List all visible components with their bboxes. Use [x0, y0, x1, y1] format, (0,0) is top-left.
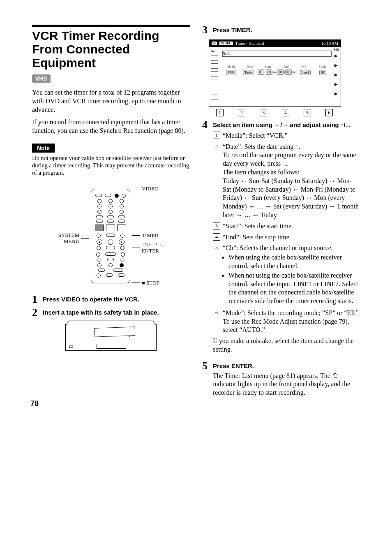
hdr-start: Start	[259, 65, 277, 69]
screen-no-label: No.	[211, 49, 218, 53]
screen-video-tag: VIDEO	[219, 42, 233, 45]
step-1-head: Press VIDEO to operate the VCR.	[43, 294, 190, 303]
val-end: 10:00PM	[277, 70, 297, 75]
screen-title: Timer – Standard	[235, 41, 319, 46]
step4-item-1: 1 “Media”: Select “VCR.”	[213, 132, 360, 140]
step-4-number: 4	[202, 120, 213, 130]
step-5-head: Press ENTER.	[213, 362, 360, 370]
remote-label-stop: ■ STOP	[142, 280, 159, 286]
step4-item-2-l2: To record the same program every day or …	[223, 151, 356, 167]
nbox-3: 3	[213, 222, 220, 229]
step-1-number: 1	[32, 294, 43, 305]
step4-item-2-l1: “Date”: Sets the date using ↑.	[223, 143, 300, 150]
step-1: 1 Press VIDEO to operate the VCR.	[32, 294, 190, 305]
callout-3: 3	[260, 109, 267, 116]
remote-diagram: SYSTEM MENU	[32, 184, 190, 288]
val-start: 09:00PM	[258, 70, 277, 75]
nbox-5: 5	[213, 244, 220, 251]
step-3: 3 Press TIMER.	[202, 25, 360, 35]
note-text: Do not operate your cable box or satelli…	[32, 154, 190, 176]
screen-edit-label: Edit	[333, 48, 339, 51]
step4-item-2-l3: The item changes as follows:	[223, 169, 300, 176]
step4-item-5-text: “Ch”: Selects the channel or input sourc…	[223, 244, 333, 251]
hdr-media: Media	[222, 65, 240, 69]
nbox-2: 2	[213, 143, 220, 150]
step4-item-1-text: “Media”: Select “VCR.”	[223, 132, 360, 140]
step4-item-6: 6 “Mode”: Selects the recording mode; “S…	[213, 309, 360, 334]
hdr-date: Date	[240, 65, 258, 69]
step4-item-2: 2 “Date”: Sets the date using ↑. To reco…	[213, 143, 360, 220]
val-date: Today	[243, 70, 254, 75]
remote-label-video: VIDEO	[142, 185, 158, 192]
page-number: 78	[30, 399, 39, 408]
screen-clock: 10:10 AM	[321, 41, 338, 46]
hdr-end: End	[277, 65, 295, 69]
callout-6: 6	[325, 109, 333, 116]
nbox-1: 1	[213, 132, 220, 139]
step-2-head: Insert a tape with its safety tab in pla…	[43, 307, 190, 317]
step-5-body: The Timer List menu (page 81) appears. T…	[213, 372, 360, 397]
step4-item-6-text: “Mode”: Selects the recording mode; “SP”…	[223, 309, 360, 334]
val-mode: SP	[319, 70, 326, 75]
step4-item-2-l4: Today ↔ Sun-Sat (Sunday to Saturday) ↔ M…	[223, 177, 359, 218]
step-4-head: Select an item using ←/→ and adjust usin…	[213, 121, 360, 129]
step4-item-5-b2: When not using the cable box/satellite r…	[228, 271, 360, 306]
step4-item-5-b1: When using the cable box/satellite recei…	[228, 253, 360, 271]
vcr-unit-illustration	[32, 324, 190, 351]
remote-label-system-menu: SYSTEM MENU	[58, 232, 79, 245]
step-3-head: Press TIMER.	[213, 25, 360, 34]
remote-body: ◂ ▸	[91, 189, 130, 283]
step-5-number: 5	[202, 361, 213, 371]
step-2: 2 Insert a tape with its safety tab in p…	[32, 307, 190, 318]
step4-item-5: 5 “Ch”: Selects the channel or input sou…	[213, 244, 360, 306]
remote-label-arrows-enter: ↑/↓/←/→, ENTER	[142, 241, 164, 254]
step4-item-3-text: “Start”: Sets the start time.	[223, 222, 360, 231]
hdr-ch: Ch	[295, 65, 313, 69]
timer-screen: SP VIDEO Timer – Standard 10:10 AM No. E…	[209, 39, 360, 116]
intro-para-2: If you record from connected equipment t…	[32, 118, 190, 135]
nbox-6: 6	[213, 309, 220, 316]
nbox-4: 4	[213, 233, 220, 241]
hdr-mode: Mode	[314, 65, 332, 69]
val-media: VCR	[226, 70, 236, 75]
page-title: VCR Timer Recording From Connected Equip…	[32, 29, 190, 70]
vhs-badge: VHS	[32, 74, 51, 83]
callout-5: 5	[304, 109, 311, 116]
val-ch: Line1	[300, 70, 311, 75]
callout-1: 1	[216, 109, 224, 116]
step4-tail: If you make a mistake, select the item a…	[213, 337, 360, 354]
step4-item-3: 3 “Start”: Sets the start time.	[213, 222, 360, 231]
callout-2: 2	[238, 109, 245, 116]
screen-no01: No.01	[222, 51, 332, 57]
screen-sp-tag: SP	[212, 42, 217, 45]
step-4: 4 Select an item using ←/→ and adjust us…	[202, 120, 360, 358]
step4-item-4-text: “End”: Sets the stop time.	[223, 233, 360, 242]
section-rule	[32, 25, 190, 27]
step-3-number: 3	[202, 25, 213, 35]
remote-label-timer: TIMER	[142, 232, 158, 239]
callout-4: 4	[282, 109, 289, 116]
step-2-number: 2	[32, 307, 43, 318]
screen-callouts: 1 2 3 4 5 6	[209, 107, 340, 116]
step-5: 5 Press ENTER. The Timer List menu (page…	[202, 361, 360, 401]
step4-item-4: 4 “End”: Sets the stop time.	[213, 233, 360, 242]
intro-para-1: You can set the timer for a total of 12 …	[32, 88, 190, 114]
note-label: Note	[32, 144, 55, 153]
